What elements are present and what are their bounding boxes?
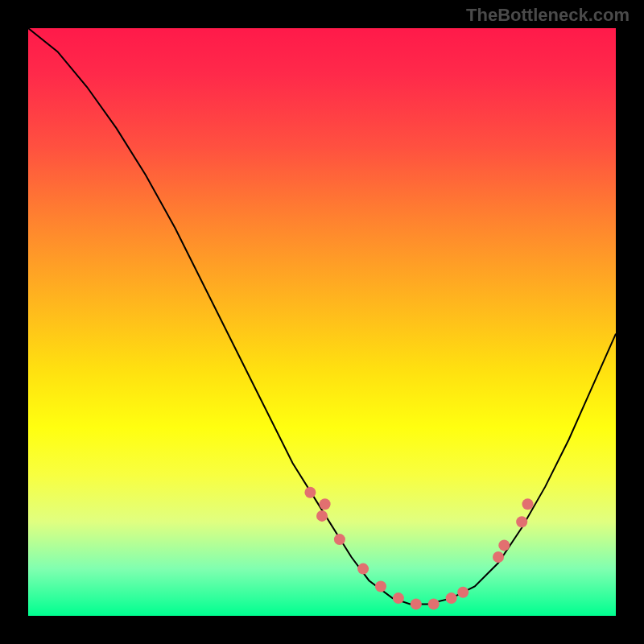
highlight-dot (320, 498, 331, 510)
chart-svg (28, 28, 616, 616)
highlight-dot (516, 516, 527, 527)
highlight-dots-group (304, 487, 533, 610)
highlight-dot (522, 498, 534, 510)
highlight-dot (411, 598, 422, 609)
watermark-text: TheBottleneck.com (466, 5, 630, 26)
highlight-dot (446, 592, 457, 604)
highlight-dot (304, 487, 316, 498)
highlight-dot (316, 510, 328, 522)
highlight-dot (357, 564, 369, 575)
highlight-dot (498, 539, 510, 551)
chart-plot-area (28, 28, 616, 616)
highlight-dot (334, 534, 345, 545)
highlight-dot (428, 598, 440, 609)
highlight-dot (393, 592, 404, 604)
highlight-dot (493, 551, 504, 563)
highlight-dot (375, 581, 386, 592)
highlight-dot (457, 587, 469, 598)
